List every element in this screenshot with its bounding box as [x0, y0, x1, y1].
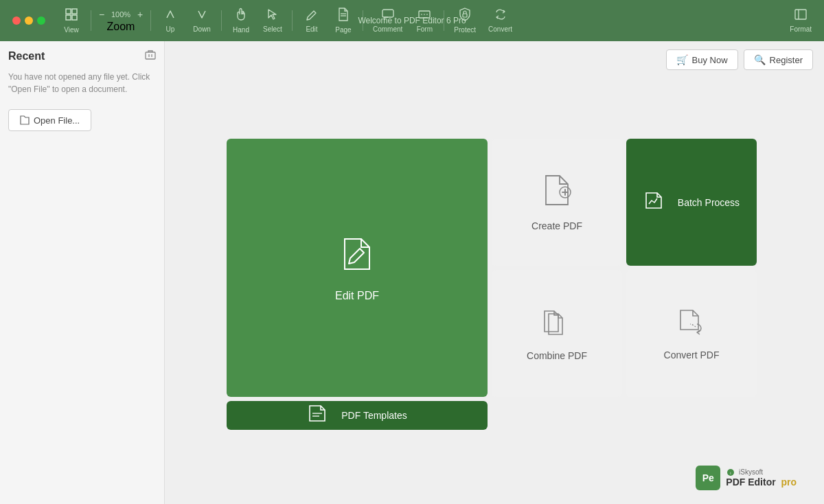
cards-grid: Edit PDF Create PDF [227, 139, 762, 430]
edit-pdf-icon [336, 233, 378, 283]
toolbar-convert-label: Convert [488, 25, 512, 33]
toolbar-protect-label: Protect [454, 26, 476, 34]
main-layout: Recent You have not opened any file yet.… [0, 41, 824, 504]
toolbar-separator-4 [292, 10, 293, 31]
toolbar-edit-label: Edit [306, 25, 317, 33]
toolbar-item-down[interactable]: Down [187, 5, 217, 36]
batch-process-label: Batch Process [678, 197, 740, 208]
sidebar-empty-message: You have not opened any file yet. Click … [8, 71, 156, 95]
logo-pro-badge: pro [781, 477, 797, 488]
cards-container: Edit PDF Create PDF [165, 78, 824, 504]
svg-rect-1 [72, 9, 77, 14]
titlebar: Welcome to PDF Editor 6 Pro View − 100% … [0, 0, 824, 41]
up-icon [164, 8, 176, 24]
select-icon [266, 8, 279, 24]
toolbar-separator-3 [221, 10, 222, 31]
zoom-value: 100% [109, 10, 133, 19]
svg-text:i: i [731, 471, 731, 475]
register-label: Register [770, 55, 803, 65]
convert-pdf-label: Convert PDF [664, 350, 720, 360]
logo-product-name: PDF Editor pro [726, 477, 797, 488]
down-icon [196, 8, 208, 24]
svg-rect-0 [66, 9, 71, 14]
toolbar-up-label: Up [166, 25, 175, 33]
format-icon [794, 8, 808, 24]
logo-text: i iSkysoft PDF Editor pro [726, 468, 797, 488]
toolbar-format-label: Format [790, 25, 812, 33]
content-area: 🛒 Buy Now 🔍 Register [165, 41, 824, 504]
buy-now-label: Buy Now [692, 55, 728, 65]
open-file-label: Open File... [34, 115, 80, 126]
toolbar-item-view[interactable]: View [56, 5, 87, 36]
create-pdf-card[interactable]: Create PDF [492, 139, 622, 266]
toolbar-item-edit[interactable]: Edit [297, 5, 327, 36]
logo-box: Pe [696, 466, 720, 490]
edit-icon [306, 8, 318, 24]
svg-rect-10 [795, 10, 806, 19]
clear-recent-button[interactable] [145, 49, 156, 62]
maximize-button[interactable] [37, 16, 45, 25]
create-pdf-icon [542, 173, 572, 214]
toolbar-form-label: Form [417, 25, 433, 33]
toolbar-zoom-label: Zoom [107, 21, 135, 33]
zoom-increase[interactable]: + [134, 8, 146, 21]
convert-pdf-card[interactable]: Convert PDF [626, 270, 757, 397]
toolbar-view-label: View [64, 26, 79, 34]
svg-rect-2 [66, 15, 71, 20]
toolbar-item-page[interactable]: Page [328, 5, 358, 36]
toolbar-item-select[interactable]: Select [258, 5, 288, 36]
toolbar-select-label: Select [263, 25, 282, 33]
convert-pdf-icon [676, 306, 707, 343]
sidebar-title: Recent [8, 50, 45, 62]
logo-area: Pe i iSkysoft PDF Editor pro [696, 466, 797, 490]
page-icon [338, 8, 349, 25]
combine-pdf-card[interactable]: Combine PDF [492, 270, 622, 397]
sidebar: Recent You have not opened any file yet.… [0, 41, 165, 504]
open-file-button[interactable]: Open File... [8, 109, 91, 131]
pdf-templates-icon [307, 401, 328, 430]
hand-icon [235, 8, 247, 25]
convert-icon [494, 8, 507, 24]
top-actions: 🛒 Buy Now 🔍 Register [655, 41, 824, 78]
batch-process-card[interactable]: Batch Process [626, 139, 757, 266]
toolbar-comment-label: Comment [373, 25, 402, 33]
close-button[interactable] [12, 16, 21, 25]
window-title: Welcome to PDF Editor 6 Pro [358, 16, 466, 25]
toolbar-separator [91, 10, 91, 31]
combine-pdf-label: Combine PDF [527, 350, 587, 361]
register-icon: 🔍 [754, 54, 766, 65]
logo-box-text: Pe [702, 472, 714, 483]
view-icon [65, 8, 78, 25]
svg-rect-12 [146, 52, 155, 59]
toolbar-item-up[interactable]: Up [155, 5, 185, 36]
minimize-button[interactable] [25, 16, 33, 25]
cart-icon: 🛒 [676, 54, 688, 65]
pdf-templates-label: PDF Templates [341, 410, 407, 421]
edit-pdf-card[interactable]: Edit PDF [227, 139, 488, 397]
toolbar-item-hand[interactable]: Hand [226, 5, 256, 36]
pdf-templates-card[interactable]: PDF Templates [227, 401, 488, 430]
batch-process-icon [643, 188, 664, 217]
register-button[interactable]: 🔍 Register [744, 49, 813, 70]
buy-now-button[interactable]: 🛒 Buy Now [666, 49, 738, 70]
toolbar-item-convert[interactable]: Convert [483, 5, 518, 36]
toolbar-separator-2 [150, 10, 151, 31]
toolbar-item-format[interactable]: Format [784, 5, 817, 36]
zoom-group: − 100% + Zoom [95, 8, 146, 33]
logo-brand: i iSkysoft [726, 468, 797, 477]
edit-pdf-label: Edit PDF [335, 290, 379, 302]
create-pdf-label: Create PDF [531, 220, 582, 231]
toolbar-hand-label: Hand [233, 26, 249, 34]
svg-rect-3 [72, 15, 77, 20]
toolbar-page-label: Page [335, 26, 351, 34]
combine-pdf-icon [542, 306, 572, 343]
traffic-lights [12, 16, 45, 25]
zoom-decrease[interactable]: − [95, 8, 108, 21]
toolbar-down-label: Down [193, 25, 211, 33]
sidebar-header: Recent [8, 49, 156, 62]
